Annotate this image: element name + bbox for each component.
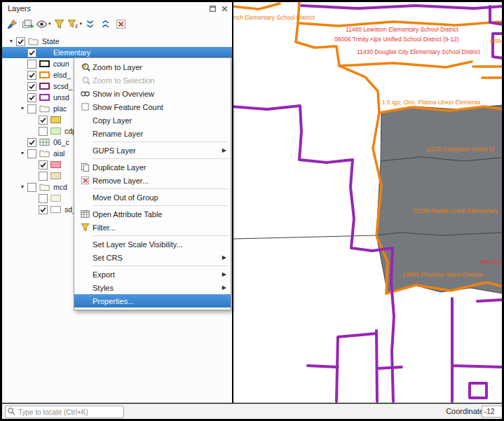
close-panel-button[interactable] xyxy=(219,4,229,13)
menu-item-label: Copy Layer xyxy=(93,116,228,125)
menu-separator xyxy=(93,142,229,142)
layer-label: scsd_ xyxy=(53,82,72,90)
layer-swatch xyxy=(50,172,61,179)
district-label: 30250 Reeds Creek Elementary xyxy=(413,207,498,214)
menu-item-show-in-overview[interactable]: Show in Overview xyxy=(74,87,231,100)
visibility-checkbox[interactable] xyxy=(27,48,36,57)
visibility-checkbox[interactable] xyxy=(27,104,36,113)
layers-toolbar: ▾ε▾ xyxy=(2,15,232,33)
coordinate-label: Coordinate xyxy=(446,407,484,415)
expand-all-button[interactable] xyxy=(83,16,97,32)
dropdown-arrow-icon: ▾ xyxy=(80,21,83,27)
locator-input[interactable] xyxy=(5,406,124,418)
menu-item-filter[interactable]: Filter... xyxy=(74,221,231,234)
map-canvas[interactable]: nch Elementary School District11480 Lewi… xyxy=(233,2,502,403)
expander-icon[interactable]: ▼ xyxy=(18,181,27,193)
expander-icon[interactable]: ▼ xyxy=(18,103,27,114)
menu-separator xyxy=(93,235,229,236)
menu-item-duplicate-layer[interactable]: Duplicate Layer xyxy=(74,160,231,174)
visibility-checkbox[interactable] xyxy=(39,205,48,214)
menu-item-remove-layer[interactable]: Remove Layer... xyxy=(74,174,231,187)
menu-item-set-crs[interactable]: Set CRS▶ xyxy=(74,251,231,264)
float-panel-button[interactable] xyxy=(207,4,217,13)
visibility-checkbox[interactable] xyxy=(27,183,36,192)
qgis-window: Layers ▾ε▾ ▼StateElementarycounelsd_scsd… xyxy=(0,0,504,421)
layer-label: State xyxy=(42,37,60,46)
menu-item-set-layer-scale-visibility[interactable]: Set Layer Scale Visibility... xyxy=(74,237,231,251)
menu-item-export[interactable]: Export▶ xyxy=(74,268,231,281)
layer-label: unsd xyxy=(53,93,69,102)
visibility-checkbox[interactable] xyxy=(39,172,48,181)
group-folder-icon xyxy=(39,104,50,113)
menu-item-label: Move Out of Group xyxy=(93,193,228,202)
group-folder-icon xyxy=(39,183,50,191)
menu-item-copy-layer[interactable]: Copy Layer xyxy=(74,113,231,127)
district-label: nch Elementary School District xyxy=(233,14,315,21)
layer-swatch xyxy=(50,195,61,202)
menu-separator xyxy=(93,188,229,189)
layer-row-state[interactable]: ▼State xyxy=(2,36,232,47)
visibility-checkbox[interactable] xyxy=(39,127,48,136)
menu-item-label: Rename Layer xyxy=(93,130,228,138)
layer-row-elementary[interactable]: Elementary xyxy=(2,47,232,58)
layer-swatch xyxy=(50,206,61,213)
visibility-checkbox[interactable] xyxy=(39,160,48,170)
menu-item-label: GUPS Layer xyxy=(93,146,222,155)
visibility-checkbox[interactable] xyxy=(39,194,48,203)
menu-item-show-feature-count[interactable]: Show Feature Count xyxy=(74,100,231,113)
district-label: 1 0 Igo, Ono, Platina Union Elementa xyxy=(382,99,480,106)
visibility-checkbox[interactable] xyxy=(27,149,36,158)
layer-swatch xyxy=(39,83,50,90)
expander-icon[interactable]: ▼ xyxy=(6,36,16,47)
menu-item-rename-layer[interactable]: Rename Layer xyxy=(74,127,231,140)
collapse-all-button[interactable] xyxy=(98,16,113,32)
menu-item-properties[interactable]: Properties... xyxy=(74,294,231,308)
layer-label: coun xyxy=(53,60,69,68)
overview-icon xyxy=(77,88,93,99)
visibility-checkbox[interactable] xyxy=(27,82,36,91)
manage-map-themes-button[interactable]: ▾ xyxy=(36,16,51,32)
layer-grid-icon xyxy=(39,138,50,146)
visibility-checkbox[interactable] xyxy=(27,138,36,147)
menu-item-label: Remove Layer... xyxy=(93,177,228,185)
menu-item-label: Filter... xyxy=(93,223,228,232)
menu-item-zoom-to-layer[interactable]: Zoom to Layer xyxy=(74,60,231,74)
remove-layer-button[interactable] xyxy=(114,16,128,32)
layer-label: aial xyxy=(53,149,64,158)
coordinate-value[interactable]: -12 xyxy=(482,406,502,417)
feature-count-icon xyxy=(77,102,93,112)
menu-item-label: Open Attribute Table xyxy=(93,210,228,219)
menu-item-move-out-of-group[interactable]: Move Out of Group xyxy=(74,191,231,204)
menu-item-label: Zoom to Selection xyxy=(93,76,228,85)
menu-item-gups-layer[interactable]: GUPS Layer▶ xyxy=(74,144,231,157)
menu-item-open-attribute-table[interactable]: Open Attribute Table xyxy=(74,207,231,221)
menu-item-label: Export xyxy=(93,270,222,279)
add-group-button[interactable] xyxy=(20,16,35,32)
layer-label: plac xyxy=(53,104,67,113)
district-label: usta xyxy=(490,37,501,44)
filter-legend-button[interactable] xyxy=(52,16,67,32)
layer-label: Elementary xyxy=(53,48,90,57)
visibility-checkbox[interactable] xyxy=(27,93,36,102)
layers-panel-header-buttons xyxy=(205,4,229,13)
open-layer-styling-button[interactable] xyxy=(5,16,20,32)
layer-swatch xyxy=(39,94,50,101)
attribute-table-icon xyxy=(77,209,93,219)
svg-text:ε: ε xyxy=(75,21,79,29)
remove-icon xyxy=(77,175,93,186)
zoom-selection-icon xyxy=(77,75,93,85)
visibility-checkbox[interactable] xyxy=(16,37,25,46)
menu-item-label: Show Feature Count xyxy=(93,103,228,111)
menu-separator xyxy=(93,158,229,159)
menu-item-zoom-to-selection[interactable]: Zoom to Selection xyxy=(74,74,231,87)
expander-icon[interactable]: ▼ xyxy=(18,148,27,159)
layer-context-menu: Zoom to LayerZoom to SelectionShow in Ov… xyxy=(74,57,231,310)
menu-item-label: Set Layer Scale Visibility... xyxy=(93,240,228,249)
visibility-checkbox[interactable] xyxy=(39,116,48,125)
layer-label: mcd xyxy=(53,183,67,191)
visibility-checkbox[interactable] xyxy=(27,60,36,69)
visibility-checkbox[interactable] xyxy=(27,71,36,80)
menu-item-styles[interactable]: Styles▶ xyxy=(74,281,231,294)
district-label: 09810 Co xyxy=(480,258,502,265)
filter-by-expression-button[interactable]: ε▾ xyxy=(67,16,83,32)
